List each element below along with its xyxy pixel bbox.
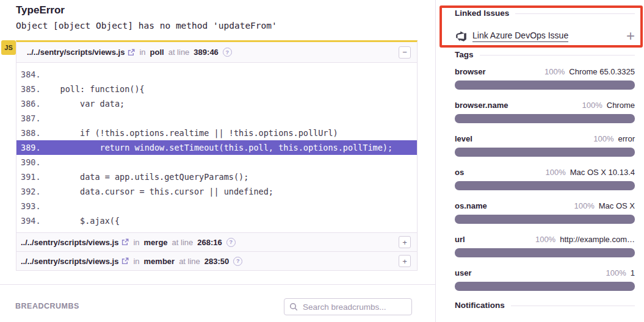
line-number: 388.: [21, 126, 37, 140]
azure-devops-icon: [455, 30, 467, 42]
platform-js-badge: JS: [1, 40, 16, 55]
tag-percent: 100%: [593, 134, 613, 143]
tag-key[interactable]: browser.name: [455, 101, 508, 110]
code-line: 388. if (!this.options.realtime || !this…: [16, 126, 417, 140]
expand-frame-button[interactable]: +: [399, 255, 411, 267]
tag-row: browser 100%Chrome 65.0.3325: [455, 67, 635, 90]
tag-value[interactable]: Mac OS X: [599, 201, 635, 210]
code-line: 385. poll: function(){: [16, 82, 417, 96]
frame-line-number: 283:50: [204, 257, 229, 266]
help-icon[interactable]: ?: [233, 257, 242, 266]
in-label: in: [133, 257, 139, 266]
code-text: var data;: [40, 96, 125, 111]
line-number: 385.: [21, 82, 37, 96]
line-number: 393.: [21, 199, 37, 213]
frame-filename[interactable]: ../../sentry/scripts/views.js: [21, 257, 118, 266]
code-text: poll: function(){: [40, 82, 145, 96]
tag-key[interactable]: level: [455, 134, 472, 143]
tags-title: Tags: [455, 50, 474, 59]
tag-distribution-bar[interactable]: [455, 80, 635, 90]
collapse-frame-button[interactable]: −: [399, 46, 411, 59]
code-line: 391. data = app.utils.getQueryParams();: [16, 170, 417, 184]
source-context: 384. 385. poll: function(){ 386. var dat…: [16, 63, 417, 232]
tag-percent: 100%: [606, 268, 626, 277]
tag-value[interactable]: http://example.com…: [560, 235, 635, 244]
line-number: 384.: [21, 67, 37, 82]
code-text: if (!this.options.realtime || !this.opti…: [40, 126, 338, 140]
in-label: in: [139, 48, 145, 57]
external-link-icon[interactable]: [128, 49, 135, 56]
line-number: 386.: [21, 96, 37, 111]
frame-line-number: 268:16: [197, 238, 222, 247]
tag-value[interactable]: Chrome 65.0.3325: [569, 67, 635, 76]
tag-value[interactable]: Chrome: [607, 101, 635, 110]
frame-filename[interactable]: ../../sentry/scripts/views.js: [21, 238, 118, 247]
notifications-section-header: Notifications: [455, 301, 635, 310]
sidebar-divider: [435, 0, 436, 322]
linked-issues-section-header: Linked Issues: [455, 9, 635, 18]
at-line-label: at line: [172, 238, 194, 247]
code-line: 386. var data;: [16, 96, 417, 111]
tag-percent: 100%: [535, 235, 555, 244]
section-divider: [0, 284, 435, 285]
stack-frame-header[interactable]: ../../sentry/scripts/views.js in merge a…: [16, 232, 417, 251]
breadcrumbs-search-input[interactable]: [302, 302, 407, 312]
external-link-icon[interactable]: [121, 257, 129, 265]
linked-issues-title: Linked Issues: [455, 9, 509, 18]
help-icon[interactable]: ?: [223, 48, 232, 57]
tag-distribution-bar[interactable]: [455, 181, 635, 190]
add-linked-issue-button[interactable]: +: [626, 30, 635, 41]
frame-function: member: [144, 257, 175, 266]
tag-percent: 100%: [574, 201, 595, 210]
link-azure-devops-row[interactable]: Link Azure DevOps Issue +: [455, 29, 635, 43]
code-line-crash: 389. return window.setTimeout(this.poll,…: [16, 140, 417, 155]
issue-detail-page: TypeError Object [object Object] has no …: [0, 0, 644, 322]
external-link-icon[interactable]: [121, 238, 129, 246]
code-line: 387.: [16, 111, 417, 126]
tag-row: url 100%http://example.com…: [455, 235, 635, 257]
tag-percent: 100%: [545, 67, 565, 76]
search-icon: [289, 302, 298, 311]
tag-distribution-bar[interactable]: [455, 215, 635, 224]
stack-frame-header[interactable]: ../../sentry/scripts/views.js in member …: [16, 251, 417, 270]
tag-key[interactable]: os: [455, 168, 464, 177]
tag-row: user 100%1: [455, 268, 635, 291]
at-line-label: at line: [179, 257, 200, 266]
tag-distribution-bar[interactable]: [455, 148, 635, 157]
frame-filename[interactable]: ../../sentry/scripts/views.js: [27, 48, 125, 57]
exception-message: Object [object Object] has no method 'up…: [16, 21, 277, 30]
stack-frame-header[interactable]: ../../sentry/scripts/views.js in poll at…: [16, 42, 417, 63]
tag-value[interactable]: Mac OS X 10.13.4: [570, 168, 635, 177]
code-line: 393.: [16, 199, 417, 213]
code-line: 390.: [16, 155, 417, 170]
tag-key[interactable]: user: [455, 268, 471, 277]
tag-distribution-bar[interactable]: [455, 282, 635, 291]
tag-percent: 100%: [546, 168, 566, 177]
code-line: 392. data.cursor = this.cursor || undefi…: [16, 184, 417, 199]
page-title: TypeError: [16, 4, 65, 16]
line-number: 391.: [21, 170, 37, 184]
line-number: 390.: [21, 155, 37, 170]
tag-key[interactable]: url: [455, 235, 465, 244]
code-text: $.ajax({: [40, 213, 120, 228]
tag-row: browser.name 100%Chrome: [455, 101, 635, 123]
tag-distribution-bar[interactable]: [455, 114, 635, 123]
code-text: return window.setTimeout(this.poll, this…: [40, 140, 393, 155]
line-number: 394.: [21, 213, 37, 228]
expand-frame-button[interactable]: +: [399, 236, 411, 248]
code-line: 384.: [16, 67, 417, 82]
at-line-label: at line: [168, 48, 190, 57]
link-azure-devops-issue-link[interactable]: Link Azure DevOps Issue: [472, 30, 568, 42]
tag-value[interactable]: 1: [631, 268, 635, 277]
notifications-title: Notifications: [455, 301, 505, 310]
tag-key[interactable]: browser: [455, 67, 486, 76]
tag-row: level 100%error: [455, 134, 635, 157]
line-number: 392.: [21, 184, 37, 199]
tag-distribution-bar[interactable]: [455, 248, 635, 257]
stack-trace: ../../sentry/scripts/views.js in poll at…: [16, 40, 418, 271]
tag-key[interactable]: os.name: [455, 201, 487, 210]
tag-row: os.name 100%Mac OS X: [455, 201, 635, 224]
breadcrumbs-search-box[interactable]: [284, 298, 412, 315]
tag-value[interactable]: error: [618, 134, 635, 143]
help-icon[interactable]: ?: [226, 238, 236, 247]
